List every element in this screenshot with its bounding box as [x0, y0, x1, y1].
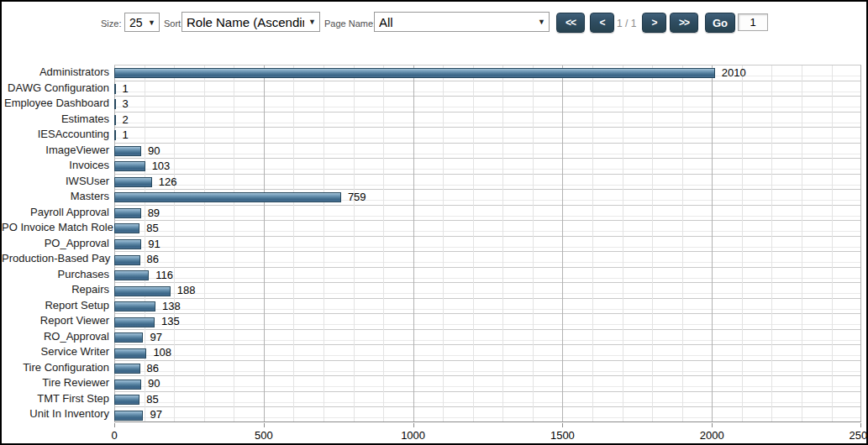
bar — [114, 239, 141, 249]
bar — [114, 411, 143, 421]
category-label: Employee Dashboard — [2, 96, 109, 112]
bar — [114, 301, 155, 312]
x-tick-label: 1000 — [401, 429, 425, 442]
bar-value-label: 2 — [123, 113, 129, 128]
bar — [114, 130, 116, 140]
bar-value-label: 116 — [155, 268, 173, 284]
category-label: Tire Configuration — [2, 360, 109, 376]
bar-value-label: 89 — [148, 206, 160, 222]
category-label: Repairs — [2, 282, 109, 298]
category-label: Administrators — [2, 65, 109, 81]
category-label: TMT First Step — [2, 391, 109, 407]
category-label: RO_Approval — [2, 329, 109, 345]
bar-value-label: 3 — [123, 97, 129, 113]
bar-value-label: 759 — [348, 190, 366, 206]
category-label: IESAccounting — [2, 127, 109, 143]
x-tick-mark — [712, 423, 713, 427]
bar — [114, 255, 140, 265]
x-tick-label: 1500 — [550, 429, 575, 442]
category-label: Estimates — [2, 112, 109, 128]
bar-value-label: 2010 — [722, 65, 746, 81]
category-label: Purchases — [2, 267, 109, 283]
bar — [114, 223, 139, 233]
bar — [114, 332, 143, 343]
x-tick-mark — [860, 423, 861, 427]
x-tick-label: 2000 — [700, 429, 724, 442]
x-tick-mark — [264, 423, 265, 427]
bar — [114, 348, 146, 359]
bar-value-label: 90 — [148, 144, 160, 160]
category-label: Production-Based Pay — [2, 251, 109, 267]
bar — [114, 146, 141, 156]
bar-value-label: 108 — [153, 345, 171, 361]
bar — [114, 380, 141, 390]
category-label: Payroll Approval — [2, 205, 109, 221]
x-tick-mark — [562, 423, 563, 427]
bar-value-label: 85 — [146, 392, 158, 408]
roles-bar-chart: AdministratorsDAWG ConfigurationEmployee… — [2, 2, 866, 443]
bar-value-label: 188 — [177, 283, 196, 299]
bar — [114, 208, 141, 218]
x-tick-mark — [114, 423, 115, 427]
category-label: Service Writer — [2, 344, 109, 360]
bar — [114, 115, 116, 125]
bar — [114, 84, 116, 94]
bar — [114, 161, 145, 171]
bar-value-label: 1 — [123, 81, 129, 97]
bar — [114, 364, 140, 374]
bar-value-label: 1 — [123, 128, 129, 144]
bar — [114, 177, 152, 187]
category-label: Tire Reviewer — [2, 375, 109, 391]
bar-value-label: 97 — [150, 330, 161, 346]
bar-value-label: 85 — [146, 221, 158, 237]
bar — [114, 270, 149, 280]
category-label: Report Viewer — [2, 313, 109, 329]
bar-value-label: 126 — [159, 175, 177, 191]
plot-area: 2010132190103126759898591861161881381359… — [114, 65, 861, 422]
x-tick-label: 500 — [255, 429, 273, 442]
category-label: IWSUser — [2, 174, 109, 190]
bar-value-label: 90 — [148, 376, 160, 392]
x-tick-label: 0 — [111, 429, 117, 442]
x-tick-mark — [413, 423, 414, 427]
bar-value-label: 86 — [147, 252, 159, 268]
category-label: Invoices — [2, 158, 109, 174]
category-label: Masters — [2, 189, 109, 205]
category-label: PO Invoice Match Role — [2, 220, 109, 236]
bar — [114, 317, 155, 327]
report-window: Size: 25 ▼ Sort: Role Name (Ascending) ▼… — [0, 0, 868, 445]
category-label: DAWG Configuration — [2, 81, 109, 97]
bar-value-label: 86 — [147, 361, 159, 377]
bar — [114, 99, 116, 109]
bar — [114, 192, 341, 202]
category-label: Unit In Inventory — [2, 406, 109, 422]
category-label: Report Setup — [2, 298, 109, 314]
bar — [114, 68, 715, 78]
category-label: PO_Approval — [2, 236, 109, 252]
bar-value-label: 91 — [148, 237, 160, 253]
category-label: ImageViewer — [2, 143, 109, 159]
bar-value-label: 103 — [152, 159, 171, 175]
x-tick-label: 2500 — [850, 429, 868, 442]
bar — [114, 395, 139, 405]
bar-value-label: 135 — [161, 314, 180, 330]
bar — [114, 286, 171, 296]
bar-value-label: 138 — [162, 299, 181, 315]
bar-value-label: 97 — [150, 407, 161, 423]
